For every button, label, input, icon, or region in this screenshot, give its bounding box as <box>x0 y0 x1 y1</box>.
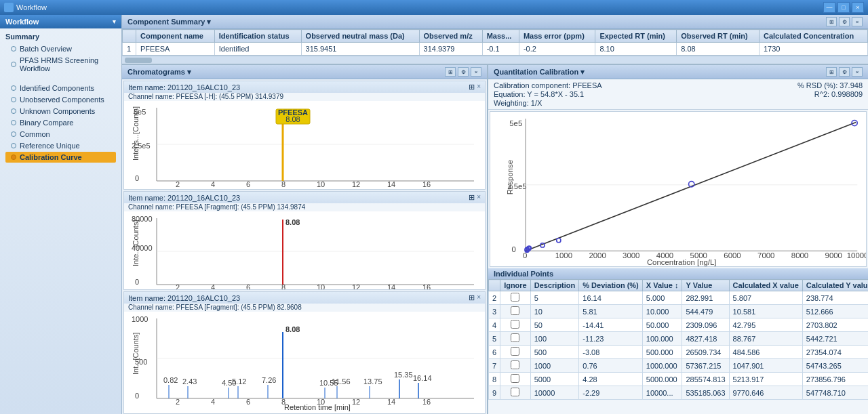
sidebar-arrow-icon[interactable]: ▾ <box>113 18 116 25</box>
row-num-cell: 4 <box>489 318 500 332</box>
svg-text:6: 6 <box>246 398 250 406</box>
col-component-name[interactable]: Component name <box>136 30 215 43</box>
sidebar-dot-icon <box>11 154 16 160</box>
svg-text:4: 4 <box>211 283 215 289</box>
svg-text:10: 10 <box>317 180 325 188</box>
panel-settings-btn[interactable]: ⚙ <box>839 17 850 26</box>
svg-text:1000: 1000 <box>132 315 148 323</box>
lower-panels: Chromatograms ▾ ⊞ ⚙ × Item name: 201120_… <box>122 65 868 414</box>
ignore-cell[interactable] <box>500 305 531 318</box>
chrom-controls-1[interactable]: ⊞ × <box>469 83 481 91</box>
sidebar-item-label: Calibration Curve <box>20 153 82 161</box>
table-row[interactable]: 3 10 5.81 10.000 544.479 10.581 512.666 <box>489 305 869 318</box>
calib-panel-controls[interactable]: ⊞ ⚙ × <box>826 67 863 77</box>
sidebar-item-unobserved[interactable]: Unobserved Components <box>5 94 116 105</box>
x-val-cell: 5000.000 <box>642 373 682 386</box>
col-x-value[interactable]: X Value ↕ <box>642 280 682 291</box>
sidebar-item-unknown[interactable]: Unknown Components <box>5 106 116 117</box>
chrom-icon-btn[interactable]: ⊞ <box>445 67 456 77</box>
ignore-cell[interactable] <box>500 332 531 346</box>
ignore-cell[interactable] <box>500 291 531 305</box>
ignore-checkbox[interactable] <box>511 360 519 369</box>
scroll-thumb[interactable] <box>125 58 152 63</box>
sidebar-item-common[interactable]: Common <box>5 129 116 140</box>
col-calc-y[interactable]: Calculated Y value <box>802 280 868 291</box>
table-row[interactable]: 5 100 -11.23 100.000 4827.418 88.767 544… <box>489 332 869 346</box>
chrom-settings-btn[interactable]: ⚙ <box>458 67 469 77</box>
chrom-expand-icon[interactable]: ⊞ <box>469 83 475 91</box>
calc-y-cell: 27354.074 <box>802 346 868 359</box>
col-ignore[interactable]: Ignore <box>500 280 531 291</box>
svg-text:7000: 7000 <box>757 251 774 260</box>
row-num-cell: 5 <box>489 332 500 346</box>
window-controls[interactable]: — □ × <box>823 2 864 13</box>
table-row[interactable]: 2 5 16.14 5.000 282.991 5.807 238.774 <box>489 291 869 305</box>
maximize-button[interactable]: □ <box>837 2 850 13</box>
sidebar-item-batch-overview[interactable]: Batch Overview <box>5 43 116 54</box>
ignore-checkbox[interactable] <box>511 293 519 302</box>
chrom-close-icon[interactable]: × <box>477 83 481 91</box>
panel-controls[interactable]: ⊞ ⚙ × <box>826 17 863 26</box>
ignore-cell[interactable] <box>500 386 531 400</box>
chrom-close-icon-2[interactable]: × <box>477 193 481 202</box>
calib-close-btn[interactable]: × <box>852 67 863 77</box>
minimize-button[interactable]: — <box>823 2 835 13</box>
sidebar-item-reference-unique[interactable]: Reference Unique <box>5 140 116 151</box>
sidebar-item-pfas-screening[interactable]: PFAS HRMS Screening Workflow <box>5 55 116 74</box>
ignore-cell[interactable] <box>500 346 531 359</box>
ignore-checkbox[interactable] <box>511 333 519 342</box>
col-calc-x[interactable]: Calculated X value <box>729 280 802 291</box>
chrom-expand-icon-2[interactable]: ⊞ <box>469 193 475 202</box>
calib-component-label: Calibration component: PFEESA <box>494 81 602 89</box>
calib-icon-btn[interactable]: ⊞ <box>826 67 837 77</box>
col-observed-mz[interactable]: Observed m/z <box>419 30 482 43</box>
table-row[interactable]: 7 1000 0.76 1000.000 57367.215 1047.901 … <box>489 359 869 373</box>
ignore-checkbox[interactable] <box>511 388 519 396</box>
table-row[interactable]: 1 PFEESA Identified 315.9451 314.9379 -0… <box>123 43 868 56</box>
ignore-cell[interactable] <box>500 373 531 386</box>
svg-text:11.56: 11.56 <box>332 377 351 386</box>
chrom-close-btn[interactable]: × <box>471 67 481 77</box>
horizontal-scrollbar[interactable] <box>122 56 868 64</box>
ignore-checkbox[interactable] <box>511 374 519 383</box>
calib-settings-btn[interactable]: ⚙ <box>839 67 850 77</box>
close-button[interactable]: × <box>852 2 864 13</box>
chrom-expand-icon-3[interactable]: ⊞ <box>469 293 475 302</box>
sidebar-item-identified[interactable]: Identified Components <box>5 83 116 94</box>
calib-info-row-1: Calibration component: PFEESA % RSD (%):… <box>494 81 863 89</box>
table-row[interactable]: 6 500 -3.08 500.000 26509.734 484.586 27… <box>489 346 869 359</box>
table-row[interactable]: 9 10000 -2.29 10000... 535185.063 9770.6… <box>489 386 869 400</box>
col-pct-deviation[interactable]: % Deviation (%) <box>579 280 643 291</box>
col-mass2[interactable]: Mass... <box>482 30 519 43</box>
ignore-cell[interactable] <box>500 359 531 373</box>
svg-text:2: 2 <box>176 180 180 188</box>
sidebar-summary-section: Summary Batch Overview PFAS HRMS Screeni… <box>0 28 121 76</box>
chrom-close-icon-3[interactable]: × <box>477 293 481 302</box>
col-id-status[interactable]: Identification status <box>214 30 301 43</box>
y-val-cell: 544.479 <box>682 305 729 318</box>
col-expected-rt[interactable]: Expected RT (min) <box>595 30 677 43</box>
table-row[interactable]: 4 50 -14.41 50.000 2309.096 42.795 2703.… <box>489 318 869 332</box>
sidebar-item-binary-compare[interactable]: Binary Compare <box>5 117 116 128</box>
col-mass-error[interactable]: Mass error (ppm) <box>519 30 595 43</box>
col-calc-conc[interactable]: Calculated Concentration <box>760 30 868 43</box>
ignore-cell[interactable] <box>500 318 531 332</box>
panel-icon-btn[interactable]: ⊞ <box>826 17 837 26</box>
chrom-panel-controls[interactable]: ⊞ ⚙ × <box>445 67 481 77</box>
calib-equation-label: Equation: Y = 54.8*X - 35.1 <box>494 90 584 98</box>
col-description[interactable]: Description <box>530 280 579 291</box>
sidebar-item-calibration-curve[interactable]: Calibration Curve <box>5 152 116 163</box>
chrom-controls-2[interactable]: ⊞ × <box>469 193 481 202</box>
chrom-controls-3[interactable]: ⊞ × <box>469 293 481 302</box>
col-observed-rt[interactable]: Observed RT (min) <box>677 30 760 43</box>
chrom-plot-1: 5e5 2.5e5 0 Intens...[Counts] 2 <box>124 101 485 189</box>
col-neutral-mass[interactable]: Observed neutral mass (Da) <box>301 30 419 43</box>
ignore-checkbox[interactable] <box>511 347 519 356</box>
ignore-checkbox[interactable] <box>511 306 519 315</box>
table-row[interactable]: 8 5000 4.28 5000.000 285574.813 5213.917… <box>489 373 869 386</box>
svg-text:8: 8 <box>281 180 285 188</box>
ignore-checkbox[interactable] <box>511 320 519 329</box>
desc-cell: 10000 <box>530 386 579 400</box>
panel-close-btn[interactable]: × <box>852 17 863 26</box>
col-y-value[interactable]: Y Value <box>682 280 729 291</box>
